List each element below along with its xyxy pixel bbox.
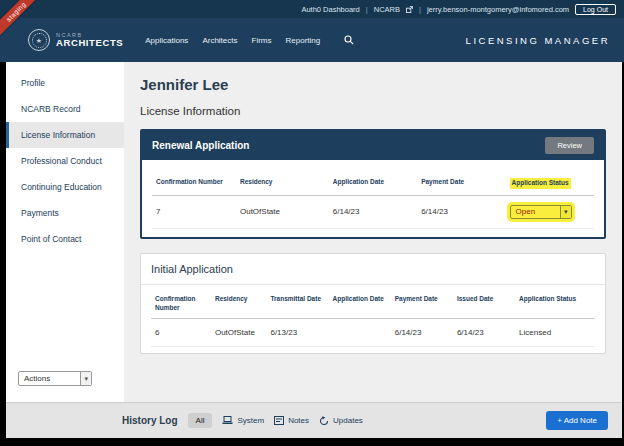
column-header-application-status: Application Status xyxy=(506,176,594,196)
column-header: Confirmation Number xyxy=(152,176,236,196)
page-body: Profile NCARB Record License Information… xyxy=(6,62,622,438)
main-content: Jennifer Lee License Information Renewal… xyxy=(124,62,622,402)
renewal-table: Confirmation Number Residency Applicatio… xyxy=(152,176,594,229)
sidebar: Profile NCARB Record License Information… xyxy=(6,62,124,402)
cell-application-date: 6/14/23 xyxy=(329,196,417,229)
application-status-dropdown[interactable]: Open ▾ xyxy=(510,205,572,219)
sidebar-item-license-information[interactable]: License Information xyxy=(6,122,124,148)
filter-all-button[interactable]: All xyxy=(188,413,213,428)
column-header: Application Status xyxy=(515,293,595,320)
brand-name-bottom: ARCHITECTS xyxy=(56,38,123,48)
separator: | xyxy=(419,5,421,14)
filter-system-button[interactable]: System xyxy=(222,416,264,425)
chevron-down-icon: ▾ xyxy=(560,206,571,218)
updates-icon xyxy=(319,416,329,426)
column-header: Payment Date xyxy=(391,293,453,320)
app-title: LICENSING MANAGER xyxy=(466,35,610,46)
chevron-down-icon: ▾ xyxy=(80,372,91,385)
nav-architects[interactable]: Architects xyxy=(202,36,237,45)
system-icon xyxy=(222,416,233,425)
app-header: ★ NCARB ARCHITECTS Applications Architec… xyxy=(0,18,624,62)
app-window: Auth0 Dashboard | NCARB | jerry.benson-m… xyxy=(0,0,624,446)
column-header: Payment Date xyxy=(417,176,505,196)
cell-transmittal-date: 6/13/23 xyxy=(266,319,328,347)
initial-card-title: Initial Application xyxy=(141,254,605,285)
nav-applications[interactable]: Applications xyxy=(145,36,188,45)
history-log-title: History Log xyxy=(122,415,178,426)
nav-firms[interactable]: Firms xyxy=(252,36,272,45)
separator: | xyxy=(366,5,368,14)
notes-icon xyxy=(274,416,284,425)
column-header: Transmittal Date xyxy=(266,293,328,320)
column-header: Residency xyxy=(236,176,329,196)
cell-residency: OutOfState xyxy=(236,196,329,229)
history-log-bar: History Log All System Notes Updates xyxy=(6,402,622,438)
log-out-button[interactable]: Log Out xyxy=(575,4,616,15)
cell-payment-date: 6/14/23 xyxy=(391,319,453,347)
sidebar-item-ncarb-record[interactable]: NCARB Record xyxy=(6,96,124,122)
initial-table: Confirmation Number Residency Transmitta… xyxy=(151,293,595,348)
filter-notes-button[interactable]: Notes xyxy=(274,416,309,425)
sidebar-item-payments[interactable]: Payments xyxy=(6,200,124,226)
cell-application-date xyxy=(329,319,391,347)
utility-bar: Auth0 Dashboard | NCARB | jerry.benson-m… xyxy=(0,0,624,18)
review-button[interactable]: Review xyxy=(545,137,594,154)
column-header: Confirmation Number xyxy=(151,293,211,320)
cell-application-status: Licensed xyxy=(515,319,595,347)
column-header: Residency xyxy=(211,293,267,320)
sidebar-item-continuing-education[interactable]: Continuing Education xyxy=(6,174,124,200)
auth0-dashboard-link[interactable]: Auth0 Dashboard xyxy=(301,5,359,14)
ncarb-link[interactable]: NCARB xyxy=(374,5,400,14)
cell-confirmation-number: 7 xyxy=(152,196,236,229)
cell-confirmation-number: 6 xyxy=(151,319,211,347)
page-subtitle: License Information xyxy=(140,105,606,117)
page-title: Jennifer Lee xyxy=(140,76,606,93)
actions-dropdown[interactable]: Actions ▾ xyxy=(18,371,92,386)
main-nav: Applications Architects Firms Reporting xyxy=(145,35,354,45)
cell-issued-date: 6/14/23 xyxy=(453,319,515,347)
sidebar-item-profile[interactable]: Profile xyxy=(6,70,124,96)
sidebar-item-point-of-contact[interactable]: Point of Contact xyxy=(6,226,124,252)
add-note-button[interactable]: + Add Note xyxy=(546,411,608,430)
renewal-application-card: Renewal Application Review Confirmation … xyxy=(140,129,606,239)
nav-reporting[interactable]: Reporting xyxy=(286,36,321,45)
column-header: Application Date xyxy=(329,293,391,320)
user-email: jerry.benson-montgomery@infomored.com xyxy=(427,5,569,14)
cell-residency: OutOfState xyxy=(211,319,267,347)
external-link-icon xyxy=(406,5,413,14)
filter-updates-button[interactable]: Updates xyxy=(319,416,363,426)
initial-application-card: Initial Application Confirmation Number … xyxy=(140,253,606,355)
ncarb-seal-logo: ★ xyxy=(28,29,50,51)
column-header: Issued Date xyxy=(453,293,515,320)
column-header: Application Date xyxy=(329,176,417,196)
cell-payment-date: 6/14/23 xyxy=(417,196,505,229)
brand[interactable]: ★ NCARB ARCHITECTS xyxy=(28,29,123,51)
renewal-card-title: Renewal Application xyxy=(152,140,249,151)
cell-application-status: Open ▾ xyxy=(506,196,594,229)
sidebar-item-professional-conduct[interactable]: Professional Conduct xyxy=(6,148,124,174)
search-icon[interactable] xyxy=(344,35,354,45)
